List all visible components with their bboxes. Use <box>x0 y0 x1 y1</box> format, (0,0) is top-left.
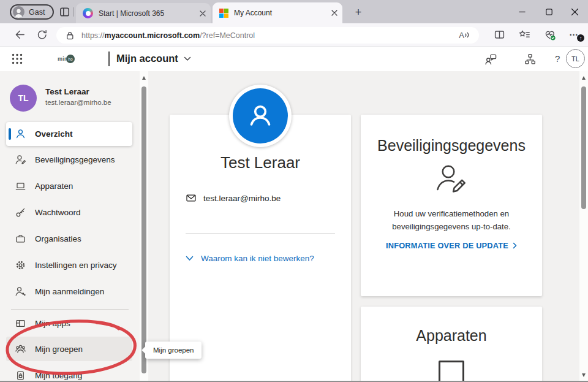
why-cant-edit-link[interactable]: Waarom kan ik niet bewerken? <box>186 254 314 263</box>
url-text: https://myaccount.microsoft.com/?ref=MeC… <box>81 31 255 40</box>
titlebar-divider <box>74 7 74 17</box>
page-title[interactable]: Mijn account <box>116 53 191 64</box>
laptop-icon <box>15 180 26 192</box>
briefcase-icon <box>15 233 26 245</box>
card-divider <box>186 233 335 234</box>
profile-avatar <box>229 85 292 147</box>
app-header <box>0 47 588 71</box>
microsoft365-icon <box>83 8 93 18</box>
organization-switch-button[interactable] <box>524 53 537 68</box>
back-button[interactable] <box>13 29 25 43</box>
minimize-button[interactable] <box>514 5 529 18</box>
security-info-card[interactable]: Beveiligingsgegevens Houd uw verificatie… <box>361 115 542 296</box>
person-icon <box>13 6 24 18</box>
new-tab-button[interactable]: + <box>352 6 365 19</box>
sidebar-user-email: test.leraar@mirho.be <box>45 99 111 106</box>
settings-menu-button[interactable]: … ↑ <box>568 27 584 43</box>
sidebar-item-organisaties[interactable]: Organisaties <box>6 226 132 252</box>
header-divider <box>108 52 110 66</box>
sidebar-divider <box>11 309 129 310</box>
person-key-icon <box>15 286 26 297</box>
main-scrollbar[interactable] <box>579 71 588 382</box>
sidebar-scrollbar[interactable] <box>140 71 148 382</box>
people-group-icon <box>15 343 26 355</box>
chevron-down-icon <box>186 256 194 261</box>
help-button[interactable]: ? <box>555 53 560 64</box>
person-feedback-icon <box>484 53 497 66</box>
chevron-down-icon <box>184 56 191 61</box>
sidebar-user-avatar: TL <box>10 85 37 112</box>
tab-close-button[interactable] <box>331 10 337 16</box>
url-domain: myaccount.microsoft.com <box>105 31 200 40</box>
selected-indicator <box>9 128 11 140</box>
scroll-up-arrow[interactable] <box>142 76 146 80</box>
scrollbar-thumb[interactable] <box>581 86 586 209</box>
browser-titlebar: Gast Start | Microsoft 365 My Account + <box>0 0 588 23</box>
sidebar-item-mijn-apps[interactable]: Mijn apps <box>6 310 132 337</box>
profile-name: Test Leraar <box>170 153 351 172</box>
scroll-up-arrow[interactable] <box>582 76 586 80</box>
close-window-button[interactable] <box>567 5 582 18</box>
person-edit-large-icon <box>361 162 542 202</box>
sidebar-item-aanmeldingen[interactable]: Mijn aanmeldingen <box>6 278 132 305</box>
browser-essentials-button[interactable] <box>544 29 556 44</box>
tab-start-microsoft365[interactable]: Start | Microsoft 365 <box>76 3 211 23</box>
apps-window-icon <box>15 318 26 329</box>
profile-email: test.leraar@mirho.be <box>203 194 281 203</box>
document-lock-icon <box>15 370 26 381</box>
tab-close-button[interactable] <box>200 10 206 17</box>
sidebar-item-beveiligingsgegevens[interactable]: Beveiligingsgegevens <box>6 147 132 173</box>
account-avatar[interactable]: TL <box>566 49 585 68</box>
tooltip: Mijn groepen <box>145 342 202 359</box>
lock-icon <box>64 30 75 41</box>
microsoft-logo-icon <box>219 9 228 18</box>
person-icon <box>15 128 26 140</box>
chevron-right-icon <box>513 242 517 249</box>
tab-title: Start | Microsoft 365 <box>99 9 196 18</box>
profile-email-row: test.leraar@mirho.be <box>186 193 281 204</box>
sound-waves-icon <box>464 31 470 40</box>
guest-profile-label: Gast <box>29 8 45 17</box>
key-icon <box>15 207 26 218</box>
split-screen-button[interactable] <box>494 29 505 43</box>
card-title: Apparaten <box>361 327 542 345</box>
card-title: Beveiligingsgegevens <box>361 137 542 155</box>
heart-pulse-icon <box>544 29 556 41</box>
org-chart-icon <box>524 53 537 66</box>
sidebar-item-mijn-groepen[interactable]: Mijn groepen <box>6 337 132 361</box>
maximize-button[interactable] <box>541 5 556 18</box>
scroll-down-arrow[interactable] <box>582 373 586 377</box>
waffle-icon <box>11 53 23 65</box>
person-edit-icon <box>15 154 26 166</box>
tab-actions-icon[interactable] <box>59 6 70 20</box>
update-badge-icon: ↑ <box>577 34 584 42</box>
browser-window: Gast Start | Microsoft 365 My Account + <box>0 0 588 382</box>
guest-profile-button[interactable]: Gast <box>10 4 54 20</box>
address-bar[interactable]: https://myaccount.microsoft.com/?ref=MeC… <box>56 27 479 44</box>
tab-my-account[interactable]: My Account <box>213 2 342 23</box>
sidebar-item-apparaten[interactable]: Apparaten <box>6 173 132 199</box>
envelope-icon <box>186 193 197 204</box>
gear-icon <box>15 259 26 271</box>
favorites-button[interactable] <box>518 29 530 43</box>
sidebar-user-name: Test Leraar <box>45 87 89 96</box>
org-logo[interactable]: mir ho <box>58 55 75 63</box>
sidebar-item-overzicht[interactable]: Overzicht <box>6 122 132 146</box>
refresh-button[interactable] <box>36 29 48 43</box>
person-icon <box>244 100 276 132</box>
card-description: Houd uw verificatiemethoden en beveiligi… <box>361 207 542 233</box>
sidebar-item-wachtwoord[interactable]: Wachtwoord <box>6 199 132 226</box>
tab-title: My Account <box>234 9 328 17</box>
laptop-icon <box>439 361 464 382</box>
sidebar-item-mijn-toegang[interactable]: Mijn toegang <box>6 362 132 382</box>
feedback-button[interactable] <box>484 53 497 68</box>
sidebar-item-instellingen[interactable]: Instellingen en privacy <box>6 252 132 278</box>
app-launcher-button[interactable] <box>11 53 23 67</box>
scrollbar-thumb[interactable] <box>141 86 146 373</box>
devices-card[interactable]: Apparaten <box>361 307 542 382</box>
update-info-link[interactable]: INFORMATIE OVER DE UPDATE <box>386 241 517 250</box>
read-aloud-button[interactable]: A <box>459 31 470 40</box>
sidebar: TL Test Leraar test.leraar@mirho.be Over… <box>0 71 140 382</box>
